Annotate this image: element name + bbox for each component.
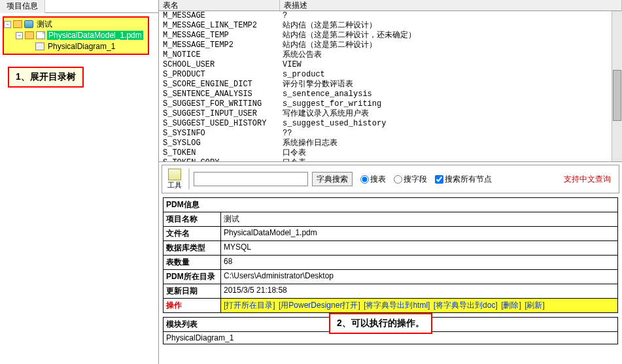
cell-name: M_MESSAGE_TEMP2 xyxy=(159,41,280,50)
row-file-label: 文件名 xyxy=(164,227,221,240)
radio-field-input[interactable] xyxy=(394,175,402,184)
search-button[interactable]: 字典搜索 xyxy=(312,172,353,186)
cell-name: S_TOKEN_COPY xyxy=(159,158,280,162)
table-row[interactable]: S_SCORE_ENGINE_DICT评分引擎分数评语表 xyxy=(159,80,622,90)
folder-icon xyxy=(13,20,22,28)
table-row[interactable]: S_SUGGEST_USED_HISTORYs_suggest_used_his… xyxy=(159,119,622,129)
col-header-desc[interactable]: 表描述 xyxy=(280,0,622,12)
support-zh-label: 支持中文查询 xyxy=(564,174,611,185)
tree-area: − 测试 − PhysicalDataModel_1.pdm PhysicalD… xyxy=(0,13,158,364)
cell-name: S_TOKEN xyxy=(159,148,280,158)
cell-name: S_SYSINFO xyxy=(159,129,280,139)
cell-desc: 站内信（这是第二种设计，还未确定） xyxy=(280,31,622,41)
check-search-all[interactable]: 搜索所有节点 xyxy=(435,174,492,185)
right-panel: 表名 表描述 M_MESSAGE?M_MESSAGE_LINK_TEMP2站内信… xyxy=(159,0,622,364)
cell-name: S_PRODUCT xyxy=(159,70,280,80)
cell-name: S_SUGGEST_USED_HISTORY xyxy=(159,119,280,129)
left-tab-bar: 项目信息 xyxy=(0,0,158,13)
grid-body[interactable]: M_MESSAGE?M_MESSAGE_LINK_TEMP2站内信（这是第二种设… xyxy=(159,11,622,162)
radio-search-field[interactable]: 搜字段 xyxy=(394,174,427,185)
tree-root-label: 测试 xyxy=(35,19,54,30)
collapse-icon[interactable]: − xyxy=(4,21,11,28)
row-count-label: 表数量 xyxy=(164,256,221,269)
pdm-info-title: PDM信息 xyxy=(164,198,617,212)
tree-file-label: PhysicalDataModel_1.pdm xyxy=(47,31,143,40)
row-date-value: 2015/3/5 21:18:58 xyxy=(221,284,617,298)
radio-table-text: 搜表 xyxy=(370,174,386,185)
scroll-thumb[interactable] xyxy=(613,70,621,121)
cell-name: M_MESSAGE_TEMP xyxy=(159,31,280,41)
table-row[interactable]: M_MESSAGE_LINK_TEMP2站内信（这是第二种设计） xyxy=(159,21,622,31)
cell-desc: 口令表 xyxy=(280,148,622,158)
tree-root[interactable]: − 测试 xyxy=(4,19,156,29)
table-row[interactable]: S_SUGGEST_INPUT_USER写作建议录入系统用户表 xyxy=(159,109,622,119)
check-all-input[interactable] xyxy=(435,175,443,184)
radio-search-table[interactable]: 搜表 xyxy=(360,174,386,185)
collapse-icon[interactable]: − xyxy=(16,32,23,39)
op-open-pd[interactable]: [用PowerDesigner打开] xyxy=(279,301,360,310)
table-row[interactable]: M_MESSAGE_TEMP站内信（这是第二种设计，还未确定） xyxy=(159,31,622,41)
cell-name: M_MESSAGE xyxy=(159,11,280,21)
tools-icon xyxy=(168,169,181,180)
tools-button[interactable]: 工具 xyxy=(165,169,184,190)
table-row[interactable]: S_SENTENCE_ANALYSISs_sentence_analysis xyxy=(159,90,622,99)
note-1: 1、展开目录树 xyxy=(8,67,84,88)
op-delete[interactable]: [删除] xyxy=(501,301,521,310)
row-db-value: MYSQL xyxy=(221,241,617,255)
op-refresh[interactable]: [刷新] xyxy=(525,301,545,310)
cell-desc: s_suggest_used_history xyxy=(280,119,622,129)
search-toolbar: 工具 字典搜索 搜表 搜字段 搜索所有节点 支持中文查询 xyxy=(162,165,619,193)
tools-label: 工具 xyxy=(165,180,184,190)
grid-header: 表名 表描述 xyxy=(159,0,622,11)
table-row[interactable]: M_MESSAGE_TEMP2站内信（这是第二种设计） xyxy=(159,41,622,50)
file-icon xyxy=(36,31,45,39)
op-open-dir[interactable]: [打开所在目录] xyxy=(224,301,275,310)
table-row[interactable]: M_NOTICE系统公告表 xyxy=(159,50,622,60)
table-row[interactable]: S_TOKEN口令表 xyxy=(159,148,622,158)
row-file-value: PhysicalDataModel_1.pdm xyxy=(221,227,617,240)
cell-name: M_MESSAGE_LINK_TEMP2 xyxy=(159,21,280,31)
cell-desc: 写作建议录入系统用户表 xyxy=(280,109,622,119)
table-row[interactable]: S_PRODUCTs_product xyxy=(159,70,622,80)
cell-desc: ?? xyxy=(280,129,622,139)
scrollbar[interactable] xyxy=(612,11,622,161)
row-date-label: 更新日期 xyxy=(164,284,221,298)
cell-name: S_SCORE_ENGINE_DICT xyxy=(159,80,280,90)
row-dir-value: C:\Users\Administrator\Desktop xyxy=(221,270,617,284)
table-row[interactable]: S_SYSLOG系统操作日志表 xyxy=(159,139,622,148)
cell-desc: VIEW xyxy=(280,60,622,70)
cell-desc: 站内信（这是第二种设计） xyxy=(280,21,622,31)
cell-desc: s_sentence_analysis xyxy=(280,90,622,99)
table-row[interactable]: S_TOKEN_COPY口令表 xyxy=(159,158,622,162)
radio-field-text: 搜字段 xyxy=(404,174,427,185)
tree-diagram[interactable]: PhysicalDiagram_1 xyxy=(35,41,156,52)
row-dir-label: PDM所在目录 xyxy=(164,270,221,284)
table-row[interactable]: M_MESSAGE? xyxy=(159,11,622,21)
cell-name: S_SYSLOG xyxy=(159,139,280,148)
note-2: 2、可以执行的操作。 xyxy=(329,313,432,334)
tree-file[interactable]: − PhysicalDataModel_1.pdm xyxy=(16,30,156,41)
check-all-text: 搜索所有节点 xyxy=(445,174,492,185)
table-row[interactable]: SCHOOL_USERVIEW xyxy=(159,60,622,70)
pdm-info-table: PDM信息 项目名称测试 文件名PhysicalDataModel_1.pdm … xyxy=(163,197,618,313)
cell-desc: 口令表 xyxy=(280,158,622,162)
col-header-name[interactable]: 表名 xyxy=(159,0,280,12)
cell-desc: s_product xyxy=(280,70,622,80)
left-panel: 项目信息 − 测试 − PhysicalDataModel_1.pdm Phys… xyxy=(0,0,159,364)
cell-desc: ? xyxy=(280,11,622,21)
row-op-value: [打开所在目录] [用PowerDesigner打开] [将字典导出到html]… xyxy=(221,299,617,312)
radio-table-input[interactable] xyxy=(360,175,369,184)
table-row[interactable]: S_SUGGEST_FOR_WRITINGs_suggest_for_writi… xyxy=(159,99,622,109)
op-export-html[interactable]: [将字典导出到html] xyxy=(364,301,430,310)
cell-desc: 系统操作日志表 xyxy=(280,139,622,148)
search-input[interactable] xyxy=(194,172,308,186)
op-export-doc[interactable]: [将字典导出到doc] xyxy=(434,301,498,310)
row-op-label: 操作 xyxy=(164,299,221,312)
cell-desc: 系统公告表 xyxy=(280,50,622,60)
table-row[interactable]: S_SYSINFO?? xyxy=(159,129,622,139)
cell-name: M_NOTICE xyxy=(159,50,280,60)
tab-project-info[interactable]: 项目信息 xyxy=(0,0,45,13)
cell-name: S_SUGGEST_FOR_WRITING xyxy=(159,99,280,109)
cell-desc: s_suggest_for_writing xyxy=(280,99,622,109)
row-count-value: 68 xyxy=(221,256,617,269)
